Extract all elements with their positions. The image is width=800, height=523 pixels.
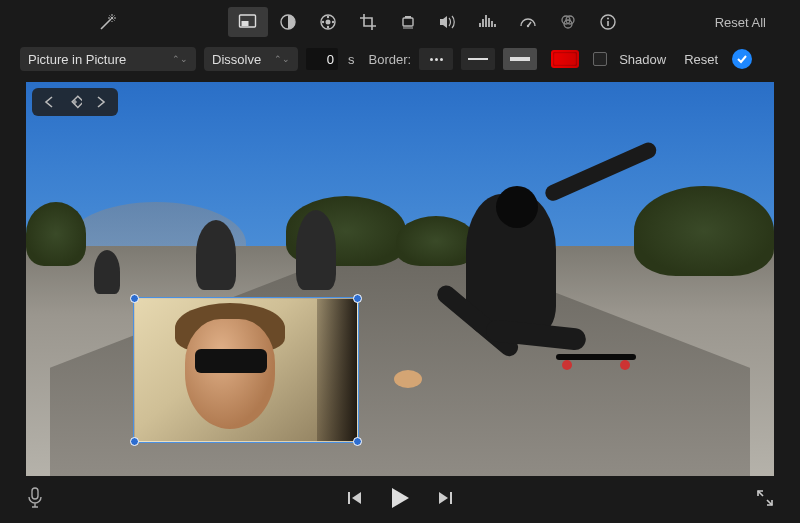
reset-button[interactable]: Reset	[684, 52, 718, 67]
reset-all-button[interactable]: Reset All	[715, 15, 766, 30]
svg-point-7	[327, 26, 329, 28]
svg-point-9	[332, 21, 334, 23]
duration-unit-label: s	[348, 52, 355, 67]
bg-skater	[196, 220, 236, 290]
effects-tool[interactable]	[548, 7, 588, 37]
overlay-mode-dropdown[interactable]: Picture in Picture ⌃⌄	[20, 47, 196, 71]
shadow-checkbox[interactable]	[593, 52, 607, 66]
transport-bar	[0, 476, 800, 520]
resize-handle-tl[interactable]	[130, 294, 139, 303]
voiceover-mic-button[interactable]	[26, 487, 44, 509]
transition-value: Dissolve	[212, 52, 261, 67]
color-correction-tool[interactable]	[308, 7, 348, 37]
svg-rect-21	[348, 492, 350, 504]
svg-point-0	[111, 17, 113, 19]
shadow-label: Shadow	[619, 52, 666, 67]
next-keyframe-button[interactable]	[88, 90, 114, 114]
svg-rect-18	[607, 21, 609, 26]
tool-icons-group	[228, 7, 628, 37]
svg-point-5	[326, 20, 331, 25]
prev-keyframe-button[interactable]	[36, 90, 62, 114]
apply-button[interactable]	[732, 49, 752, 69]
svg-rect-20	[32, 488, 38, 499]
color-balance-tool[interactable]	[268, 7, 308, 37]
duration-field[interactable]: 0	[306, 48, 338, 70]
video-overlay-tool[interactable]	[228, 7, 268, 37]
skip-back-button[interactable]	[347, 490, 363, 506]
skip-forward-button[interactable]	[437, 490, 453, 506]
chevron-down-icon: ⌃⌄	[274, 54, 290, 64]
pip-overlay[interactable]	[134, 298, 358, 442]
preview-viewer[interactable]	[26, 82, 774, 476]
info-tool[interactable]	[588, 7, 628, 37]
fullscreen-button[interactable]	[756, 489, 774, 507]
volume-tool[interactable]	[428, 7, 468, 37]
svg-rect-10	[403, 18, 413, 26]
resize-handle-bl[interactable]	[130, 437, 139, 446]
svg-rect-2	[242, 21, 249, 26]
svg-point-12	[527, 25, 529, 27]
speed-tool[interactable]	[508, 7, 548, 37]
border-label: Border:	[369, 52, 412, 67]
bg-skater	[296, 210, 336, 290]
bg-skater-main	[396, 194, 656, 394]
noise-reduction-tool[interactable]	[468, 7, 508, 37]
resize-handle-tr[interactable]	[353, 294, 362, 303]
overlay-settings-bar: Picture in Picture ⌃⌄ Dissolve ⌃⌄ 0 s Bo…	[0, 42, 800, 78]
border-color-well[interactable]	[551, 50, 579, 68]
keyframe-nav	[32, 88, 118, 116]
stabilize-tool[interactable]	[388, 7, 428, 37]
bg-tree	[26, 202, 86, 266]
transition-dropdown[interactable]: Dissolve ⌃⌄	[204, 47, 298, 71]
svg-point-17	[607, 18, 609, 20]
border-thin-option[interactable]	[461, 48, 495, 70]
border-none-option[interactable]	[419, 48, 453, 70]
crop-tool[interactable]	[348, 7, 388, 37]
top-toolbar: Reset All	[0, 0, 800, 42]
resize-handle-br[interactable]	[353, 437, 362, 446]
magic-wand-button[interactable]	[88, 7, 128, 37]
playback-controls	[347, 486, 453, 510]
border-thick-option[interactable]	[503, 48, 537, 70]
overlay-mode-value: Picture in Picture	[28, 52, 126, 67]
svg-rect-11	[405, 16, 411, 18]
svg-point-6	[327, 16, 329, 18]
svg-rect-22	[450, 492, 452, 504]
play-button[interactable]	[389, 486, 411, 510]
bg-skater	[94, 250, 120, 294]
chevron-down-icon: ⌃⌄	[172, 54, 188, 64]
svg-point-8	[322, 21, 324, 23]
add-keyframe-button[interactable]	[62, 90, 88, 114]
